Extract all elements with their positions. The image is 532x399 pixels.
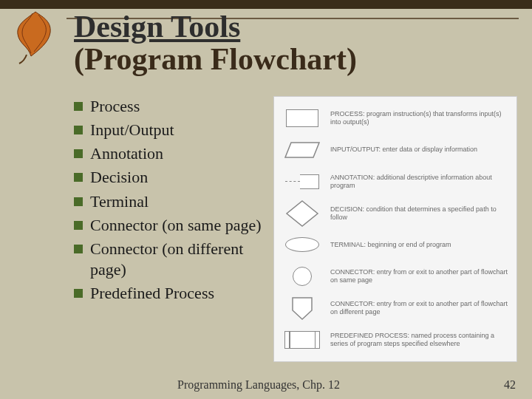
- list-item: Connector (on same page): [74, 215, 266, 236]
- legend-row-connector-same: CONNECTOR: entry from or exit to another…: [282, 261, 509, 292]
- bullet-text: Annotation: [90, 143, 163, 164]
- slide-footer: Programming Languages, Chp. 12: [0, 378, 517, 392]
- legend-desc: ANNOTATION: additional descriptive infor…: [330, 174, 509, 190]
- svg-marker-0: [285, 143, 319, 157]
- legend-row-annotation: ANNOTATION: additional descriptive infor…: [282, 166, 509, 197]
- slide-body: Process Input/Output Annotation Decision…: [74, 96, 517, 362]
- top-border: [0, 0, 532, 9]
- legend-row-process: PROCESS: program instruction(s) that tra…: [282, 103, 509, 134]
- legend-desc: DECISION: condition that determines a sp…: [330, 205, 509, 222]
- list-item: Connector (on different page): [74, 239, 266, 280]
- legend-desc: INPUT/OUTPUT: enter data or display info…: [330, 146, 509, 154]
- list-item: Decision: [74, 167, 266, 188]
- bullet-text: Input/Output: [90, 120, 174, 140]
- title-line-2: (Program Flowchart): [74, 43, 517, 75]
- legend-row-io: INPUT/OUTPUT: enter data or display info…: [282, 134, 509, 166]
- bullet-icon: [74, 149, 83, 158]
- diamond-shape-icon: [282, 200, 323, 228]
- bullet-text: Terminal: [90, 191, 149, 212]
- title-line-1: Design Tools: [74, 10, 517, 43]
- legend-desc: PREDEFINED PROCESS: named process contai…: [330, 332, 509, 348]
- bullet-icon: [74, 102, 83, 111]
- bullet-icon: [74, 245, 83, 253]
- svg-marker-1: [287, 201, 318, 226]
- bullet-icon: [74, 289, 83, 298]
- page-number: 42: [504, 378, 516, 392]
- list-item: Process: [74, 96, 266, 117]
- list-item: Terminal: [74, 191, 266, 212]
- slide-title: Design Tools (Program Flowchart): [74, 10, 517, 75]
- legend-row-connector-diff: CONNECTOR: entry from or exit to another…: [282, 293, 509, 324]
- flowchart-legend: PROCESS: program instruction(s) that tra…: [273, 96, 517, 362]
- legend-desc: PROCESS: program instruction(s) that tra…: [330, 110, 509, 126]
- legend-desc: CONNECTOR: entry from or exit to another…: [330, 300, 509, 316]
- legend-row-predefined: PREDEFINED PROCESS: named process contai…: [282, 324, 509, 355]
- process-shape-icon: [282, 109, 323, 127]
- predefined-shape-icon: [282, 331, 323, 349]
- bullet-text: Process: [90, 96, 140, 117]
- bullet-icon: [74, 221, 83, 230]
- bullet-icon: [74, 126, 83, 134]
- annotation-shape-icon: [282, 174, 323, 189]
- list-item: Predefined Process: [74, 283, 266, 304]
- list-item: Input/Output: [74, 120, 266, 140]
- legend-desc: TERMINAL: beginning or end of program: [330, 241, 509, 249]
- pentagon-shape-icon: [282, 296, 323, 321]
- circle-shape-icon: [282, 267, 323, 286]
- parallelogram-shape-icon: [282, 141, 323, 159]
- ellipse-shape-icon: [282, 237, 323, 252]
- bullet-icon: [74, 197, 83, 206]
- bullet-text: Connector (on same page): [90, 215, 262, 236]
- bullet-icon: [74, 173, 83, 182]
- bullet-text: Predefined Process: [90, 283, 214, 304]
- legend-desc: CONNECTOR: entry from or exit to another…: [330, 268, 509, 284]
- slide: Design Tools (Program Flowchart) Process…: [0, 0, 532, 399]
- svg-marker-2: [293, 298, 312, 319]
- list-item: Annotation: [74, 143, 266, 164]
- bullet-text: Decision: [90, 167, 148, 188]
- bullet-text: Connector (on different page): [90, 239, 266, 280]
- bullet-list: Process Input/Output Annotation Decision…: [74, 96, 266, 362]
- legend-row-terminal: TERMINAL: beginning or end of program: [282, 229, 509, 260]
- legend-row-decision: DECISION: condition that determines a sp…: [282, 198, 509, 229]
- leaf-ornament-icon: [6, 7, 65, 66]
